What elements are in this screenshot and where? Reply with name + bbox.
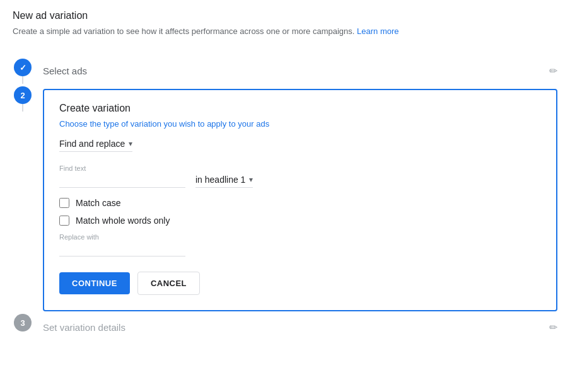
step3-label: Set variation details — [43, 322, 549, 333]
step1-row: ✓ Select ads ✏ — [10, 59, 557, 84]
step3-header: Set variation details ✏ — [43, 314, 557, 340]
find-text-row: Find text in headline 1 ▾ — [59, 164, 541, 188]
step3-number: 3 — [20, 318, 25, 328]
match-case-checkbox[interactable] — [59, 198, 69, 208]
continue-button[interactable]: CONTINUE — [59, 272, 130, 294]
page-subtitle: Create a simple ad variation to see how … — [13, 26, 557, 36]
step2-subtitle: Choose the type of variation you wish to… — [59, 119, 541, 129]
replace-with-label: Replace with — [59, 233, 185, 241]
step1-circle: ✓ — [14, 59, 32, 76]
step3-content: Set variation details ✏ — [35, 314, 557, 340]
step1-left-col: ✓ — [10, 59, 35, 84]
in-dropdown-arrow: ▾ — [249, 175, 253, 184]
step1-checkmark: ✓ — [20, 63, 26, 72]
step2-connector — [22, 104, 23, 112]
step2-circle: 2 — [14, 86, 32, 104]
step2-title: Create variation — [59, 103, 541, 114]
step3-left-col: 3 — [10, 314, 35, 331]
step2-number: 2 — [20, 91, 25, 100]
match-case-label[interactable]: Match case — [76, 198, 121, 208]
match-whole-words-label[interactable]: Match whole words only — [76, 216, 170, 226]
variation-type-arrow: ▾ — [129, 139, 132, 148]
step2-left-col: 2 — [10, 86, 35, 112]
step2-row: 2 Create variation Choose the type of va… — [10, 84, 557, 314]
step1-label: Select ads — [43, 66, 549, 76]
page-title: New ad variation — [13, 10, 557, 21]
find-text-label: Find text — [59, 164, 185, 172]
step2-card: Create variation Choose the type of vari… — [43, 89, 557, 311]
learn-more-link[interactable]: Learn more — [357, 26, 398, 36]
match-whole-words-checkbox[interactable] — [59, 216, 69, 226]
find-text-wrapper: Find text — [59, 164, 185, 188]
replace-with-wrapper: Replace with — [59, 233, 185, 257]
subtitle-text: Create a simple ad variation to see how … — [13, 26, 354, 36]
variation-type-dropdown[interactable]: Find and replace ▾ — [59, 139, 132, 152]
step3-edit-icon: ✏ — [549, 321, 557, 333]
cancel-button[interactable]: CANCEL — [137, 272, 200, 295]
action-buttons-row: CONTINUE CANCEL — [59, 272, 541, 295]
step1-edit-icon[interactable]: ✏ — [549, 65, 557, 77]
variation-type-label: Find and replace — [59, 139, 125, 149]
match-case-row: Match case — [59, 198, 541, 208]
step1-header: Select ads ✏ — [43, 59, 557, 83]
step3-row: 3 Set variation details ✏ — [10, 314, 557, 340]
step1-content: Select ads ✏ — [35, 59, 557, 83]
replace-with-input[interactable] — [59, 243, 185, 257]
in-dropdown-label: in headline 1 — [195, 175, 245, 185]
in-dropdown[interactable]: in headline 1 ▾ — [195, 175, 253, 188]
match-whole-words-row: Match whole words only — [59, 216, 541, 226]
step3-circle: 3 — [14, 314, 32, 331]
step1-connector — [22, 76, 23, 84]
find-text-input[interactable] — [59, 175, 185, 188]
step2-content: Create variation Choose the type of vari… — [35, 86, 557, 311]
